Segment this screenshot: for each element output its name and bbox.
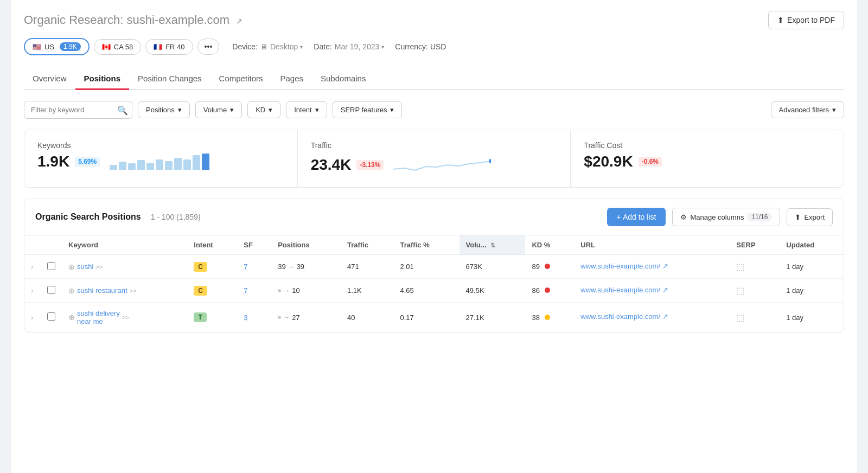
expand-header [41,235,62,255]
intent-filter[interactable]: Intent ▾ [286,101,327,118]
positions-table: Keyword Intent SF Positions Traffic Traf… [24,235,844,332]
row-checkbox-cell[interactable] [41,279,62,303]
positions-header[interactable]: Positions [271,235,341,255]
add-circle-icon: ⊕ [68,263,75,271]
row-expand-cell[interactable]: › [24,255,41,279]
url-link[interactable]: www.sushi-example.com/ ↗ [580,262,668,270]
url-header[interactable]: URL [574,235,730,255]
traffic-pct-cell: 4.65 [394,279,459,303]
table-row: › ⊕ sushi restaurant >> C 7 → 10 1 [24,279,844,303]
currency-display: Currency: USD [395,42,446,51]
row-checkbox[interactable] [47,286,55,294]
kd-cell: 86 [525,279,574,303]
intent-header[interactable]: Intent [187,235,237,255]
keyword-header[interactable]: Keyword [62,235,187,255]
filters-row: 🔍 Positions ▾ Volume ▾ KD ▾ Intent ▾ SER… [24,101,844,119]
table-column-headers: Keyword Intent SF Positions Traffic Traf… [24,235,844,255]
chevron-down-icon: ▾ [178,106,182,114]
keywords-stat-card: Keywords 1.9K 5.69% [24,130,298,187]
updated-header[interactable]: Updated [780,235,844,255]
serp-preview-icon[interactable]: ⬚ [736,286,744,295]
kd-filter[interactable]: KD ▾ [247,101,280,118]
table-export-button[interactable]: ⬆ Export [787,208,833,226]
tab-position-changes[interactable]: Position Changes [129,68,210,90]
row-expand-cell[interactable]: › [24,279,41,303]
tab-competitors[interactable]: Competitors [210,68,272,90]
traffic-header[interactable]: Traffic [341,235,394,255]
export-icon: ⬆ [795,213,801,221]
keyword-link[interactable]: ⊕ sushi deliverynear me >> [68,309,181,325]
serp-header[interactable]: SERP [730,235,780,255]
sf-cell: 3 [237,303,271,333]
volume-filter[interactable]: Volume ▾ [195,101,242,118]
country-tab-us[interactable]: 🇺🇸 US 1.9K [24,38,90,55]
table-header-row: Organic Search Positions 1 - 100 (1,859)… [24,199,844,235]
positions-cell: 39 → 39 [271,255,341,279]
traffic-pct-header[interactable]: Traffic % [394,235,459,255]
kd-header[interactable]: KD % [525,235,574,255]
serp-features-filter[interactable]: SERP features ▾ [333,101,403,118]
url-cell: www.sushi-example.com/ ↗ [574,279,730,303]
external-link-icon[interactable]: ↗ [236,17,242,25]
add-to-list-button[interactable]: + Add to list [607,208,666,226]
keyword-link[interactable]: ⊕ sushi >> [68,263,181,271]
traffic-pct-cell: 2.01 [394,255,459,279]
volume-header[interactable]: Volu... ⇅ [459,235,526,255]
keyword-cell: ⊕ sushi restaurant >> [62,279,187,303]
fr-flag: 🇫🇷 [154,43,162,51]
serp-preview-icon[interactable]: ⬚ [736,313,744,322]
tab-pages[interactable]: Pages [271,68,312,90]
sf-header[interactable]: SF [237,235,271,255]
add-circle-icon: ⊕ [68,286,75,295]
row-checkbox[interactable] [47,262,55,270]
monitor-icon: 🖥 [260,42,268,51]
ca-flag: 🇨🇦 [102,43,111,51]
url-cell: www.sushi-example.com/ ↗ [574,255,730,279]
serp-cell[interactable]: ⬚ [730,303,780,333]
advanced-filters-button[interactable]: Advanced filters ▾ [771,101,845,118]
export-pdf-button[interactable]: ⬆ Export to PDF [768,11,844,29]
serp-cell[interactable]: ⬚ [730,255,780,279]
tab-subdomains[interactable]: Subdomains [312,68,374,90]
updated-cell: 1 day [780,279,844,303]
row-checkbox[interactable] [47,312,55,321]
keyword-link[interactable]: ⊕ sushi restaurant >> [68,286,181,295]
nav-tabs: Overview Positions Position Changes Comp… [24,68,844,90]
keyword-cell: ⊕ sushi >> [62,255,187,279]
volume-cell: 49.5K [459,279,526,303]
chevron-down-icon: ▾ [300,44,303,50]
table-row: › ⊕ sushi >> C 7 39 → 39 471 [24,255,844,279]
chevron-down-icon: ▾ [269,106,272,114]
chevron-down-icon: ▾ [381,44,384,50]
add-circle-icon: ⊕ [68,313,75,322]
device-selector[interactable]: 🖥 Desktop ▾ [260,42,303,51]
svg-point-0 [489,159,491,163]
kd-indicator [545,287,550,293]
select-all-header [24,235,41,255]
traffic-cell: 1.1K [341,279,394,303]
tab-positions[interactable]: Positions [75,68,130,90]
keyword-filter-input[interactable] [24,101,132,119]
kd-indicator [545,315,550,320]
row-expand-cell[interactable]: › [24,303,41,333]
manage-columns-button[interactable]: ⚙ Manage columns 11/16 [672,208,780,226]
country-tab-fr[interactable]: 🇫🇷 FR 40 [145,39,193,55]
url-link[interactable]: www.sushi-example.com/ ↗ [580,312,668,321]
row-checkbox-cell[interactable] [41,303,62,333]
chevron-down-icon: ▾ [390,106,394,114]
intent-cell: C [187,279,237,303]
tab-overview[interactable]: Overview [24,68,75,90]
positions-filter[interactable]: Positions ▾ [138,101,190,118]
url-link[interactable]: www.sushi-example.com/ ↗ [580,286,668,294]
more-countries-button[interactable]: ••• [197,39,220,55]
serp-preview-icon[interactable]: ⬚ [736,262,744,271]
traffic-cell: 471 [341,255,394,279]
country-tab-ca[interactable]: 🇨🇦 CA 58 [94,39,141,55]
traffic-cell: 40 [341,303,394,333]
sf-cell: 7 [237,255,271,279]
url-cell: www.sushi-example.com/ ↗ [574,303,730,333]
serp-cell[interactable]: ⬚ [730,279,780,303]
search-icon[interactable]: 🔍 [117,105,128,115]
date-selector[interactable]: Mar 19, 2023 ▾ [335,42,385,51]
row-checkbox-cell[interactable] [41,255,62,279]
